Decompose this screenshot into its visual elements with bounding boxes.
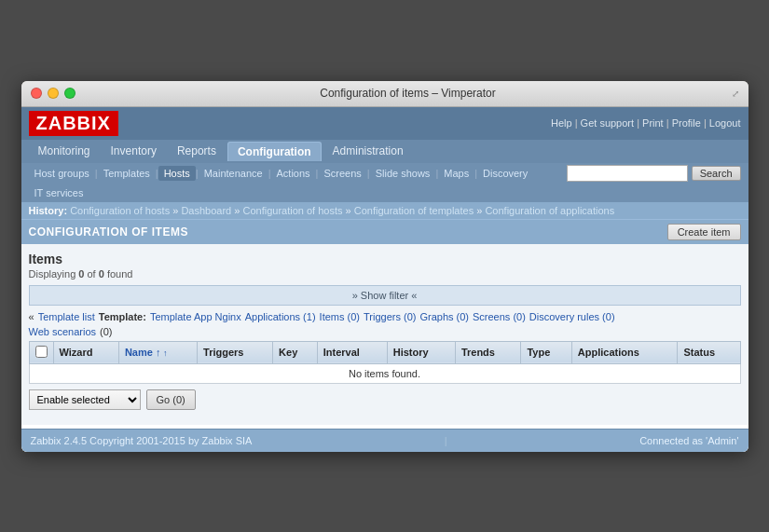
- screens-link[interactable]: Screens (0): [473, 311, 526, 322]
- window-title: Configuration of items – Vimperator: [85, 87, 732, 100]
- subnav-maps[interactable]: Maps: [438, 166, 474, 181]
- nav-administration[interactable]: Administration: [323, 142, 413, 160]
- breadcrumb-dashboard[interactable]: Dashboard: [181, 205, 231, 216]
- close-button[interactable]: [31, 88, 42, 99]
- th-status: Status: [678, 341, 740, 363]
- browser-content: ZABBIX Help | Get support | Print | Prof…: [21, 107, 748, 452]
- filter-bar[interactable]: » Show filter «: [29, 285, 741, 306]
- items-table: Wizard Name ↑ Triggers Key Interval Hist…: [29, 341, 741, 384]
- enable-select[interactable]: Enable selected: [29, 389, 141, 410]
- get-support-link[interactable]: Get support: [581, 117, 634, 129]
- footer-connected-as: Connected as 'Admin': [639, 435, 738, 446]
- subnav-it-services[interactable]: IT services: [29, 185, 89, 200]
- print-link[interactable]: Print: [642, 117, 664, 129]
- breadcrumb-configuration-of-hosts[interactable]: Configuration of hosts: [70, 205, 170, 216]
- page-header: CONFIGURATION OF ITEMS Create item: [21, 219, 748, 244]
- subnav-slide-shows[interactable]: Slide shows: [370, 166, 436, 181]
- th-type: Type: [521, 341, 571, 363]
- th-history: History: [387, 341, 455, 363]
- main-content: Items Displaying 0 of 0 found » Show fil…: [21, 244, 748, 425]
- count-first: 0: [78, 268, 84, 280]
- applications-link[interactable]: Applications (1): [245, 311, 316, 322]
- triggers-link[interactable]: Triggers (0): [364, 311, 416, 322]
- breadcrumb-configuration-of-applications[interactable]: Configuration of applications: [485, 205, 614, 216]
- help-link[interactable]: Help: [551, 117, 572, 129]
- template-name-link[interactable]: Template App Nginx: [150, 311, 241, 322]
- th-triggers: Triggers: [198, 341, 273, 363]
- main-nav: Monitoring Inventory Reports Configurati…: [21, 140, 748, 163]
- search-input[interactable]: [567, 165, 688, 182]
- breadcrumb-configuration-of-hosts-2[interactable]: Configuration of hosts: [242, 205, 342, 216]
- template-label-text: Template:: [99, 311, 146, 322]
- items-link[interactable]: Items (0): [320, 311, 360, 322]
- page-title: CONFIGURATION OF ITEMS: [29, 225, 188, 239]
- th-checkbox: [29, 341, 53, 363]
- th-applications: Applications: [571, 341, 678, 363]
- titlebar: Configuration of items – Vimperator ⤢: [21, 81, 748, 107]
- select-all-checkbox[interactable]: [35, 346, 48, 358]
- logout-link[interactable]: Logout: [709, 117, 741, 129]
- no-items-cell: No items found.: [29, 363, 740, 383]
- web-scenarios-link[interactable]: Web scenarios: [29, 326, 97, 337]
- section-title: Items: [29, 252, 741, 266]
- nav-configuration[interactable]: Configuration: [227, 142, 322, 161]
- nav-inventory[interactable]: Inventory: [102, 142, 166, 160]
- breadcrumb: History: Configuration of hosts » Dashbo…: [21, 202, 748, 219]
- browser-window: Configuration of items – Vimperator ⤢ ZA…: [21, 81, 748, 452]
- bottom-actions: Enable selected Go (0): [29, 389, 741, 410]
- subnav-discovery[interactable]: Discovery: [477, 166, 533, 181]
- minimize-button[interactable]: [48, 88, 59, 99]
- breadcrumb-configuration-of-templates[interactable]: Configuration of templates: [354, 205, 474, 216]
- go-button[interactable]: Go (0): [146, 389, 196, 410]
- graphs-link[interactable]: Graphs (0): [419, 311, 469, 322]
- search-button[interactable]: Search: [692, 166, 741, 181]
- no-items-row: No items found.: [29, 363, 740, 383]
- footer: Zabbix 2.4.5 Copyright 2001-2015 by Zabb…: [21, 429, 748, 452]
- breadcrumb-label: History:: [29, 205, 68, 216]
- template-list-link[interactable]: Template list: [38, 311, 95, 322]
- profile-link[interactable]: Profile: [672, 117, 701, 129]
- resize-icon: ⤢: [732, 89, 739, 99]
- maximize-button[interactable]: [64, 88, 76, 99]
- create-item-button[interactable]: Create item: [667, 224, 741, 240]
- traffic-lights: [31, 88, 76, 99]
- footer-divider: |: [445, 435, 447, 446]
- th-key: Key: [273, 341, 318, 363]
- web-scenarios-line: Web scenarios (0): [29, 326, 741, 337]
- top-links: Help | Get support | Print | Profile | L…: [551, 117, 741, 129]
- search-box: Search: [567, 165, 741, 182]
- subnav-maintenance[interactable]: Maintenance: [199, 166, 268, 181]
- footer-copyright: Zabbix 2.4.5 Copyright 2001-2015 by Zabb…: [31, 435, 253, 446]
- sub-nav-row1: Host groups | Templates | Hosts | Mainte…: [21, 163, 748, 184]
- th-interval: Interval: [317, 341, 387, 363]
- template-line: « Template list Template: Template App N…: [29, 311, 741, 322]
- discovery-rules-link[interactable]: Discovery rules (0): [529, 311, 615, 322]
- subnav-hosts[interactable]: Hosts: [158, 166, 196, 181]
- nav-reports[interactable]: Reports: [168, 142, 226, 160]
- th-name: Name ↑: [118, 341, 197, 363]
- subnav-screens[interactable]: Screens: [318, 166, 366, 181]
- th-name-link[interactable]: Name ↑: [125, 347, 168, 358]
- sub-nav-items: Host groups | Templates | Hosts | Mainte…: [29, 166, 567, 181]
- th-trends: Trends: [455, 341, 521, 363]
- subnav-host-groups[interactable]: Host groups: [29, 166, 95, 181]
- nav-monitoring[interactable]: Monitoring: [29, 142, 100, 160]
- sub-nav-row2-left: IT services: [29, 185, 89, 200]
- count-second: 0: [99, 268, 104, 280]
- template-prefix: «: [29, 311, 34, 322]
- sub-nav-row2: IT services: [21, 184, 748, 202]
- displaying-text: Displaying 0 of 0 found: [29, 268, 741, 280]
- table-header-row: Wizard Name ↑ Triggers Key Interval Hist…: [29, 341, 740, 363]
- subnav-actions[interactable]: Actions: [271, 166, 316, 181]
- zabbix-logo: ZABBIX: [29, 111, 118, 136]
- top-bar: ZABBIX Help | Get support | Print | Prof…: [21, 107, 748, 140]
- th-wizard: Wizard: [53, 341, 118, 363]
- subnav-templates[interactable]: Templates: [98, 166, 156, 181]
- web-scenarios-count: (0): [100, 326, 112, 337]
